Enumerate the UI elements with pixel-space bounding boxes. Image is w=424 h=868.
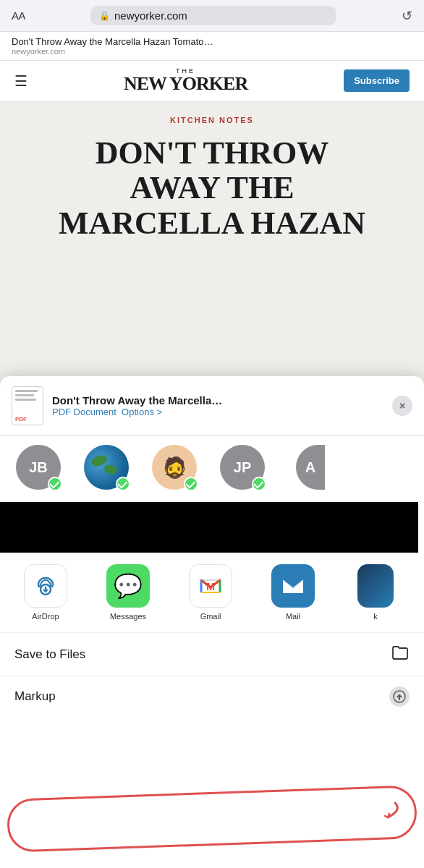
messages-icon: 💬	[106, 564, 150, 608]
partial-app-item[interactable]: k	[336, 564, 415, 621]
contact-item[interactable]: JP	[210, 445, 275, 493]
save-to-files-row[interactable]: Save to Files	[0, 633, 424, 676]
partial-app-label: k	[373, 612, 378, 621]
airdrop-label: AirDrop	[32, 612, 59, 621]
pdf-line	[15, 394, 34, 396]
headline-line1: DON'T THROW	[96, 135, 328, 171]
messages-label: Messages	[110, 612, 146, 621]
obscured-contacts-strip	[0, 502, 418, 553]
markup-row[interactable]: Markup	[0, 676, 424, 717]
messages-badge	[116, 477, 130, 491]
svg-text:M: M	[206, 581, 215, 592]
gmail-app-item[interactable]: M Gmail	[171, 564, 250, 621]
site-header: ☰ THE NEW YORKER Subscribe	[0, 61, 424, 101]
hamburger-menu-icon[interactable]: ☰	[14, 74, 27, 88]
share-sheet: PDF Don't Throw Away the Marcella… PDF D…	[0, 376, 424, 868]
reload-button[interactable]: ↺	[402, 8, 412, 24]
article-headline: DON'T THROW AWAY THE MARCELLA HAZAN	[17, 136, 407, 241]
contact-avatar	[84, 445, 129, 490]
logo-name: NEW YORKER	[124, 75, 247, 93]
share-file-meta: PDF Document Options >	[52, 407, 392, 417]
messages-badge	[184, 477, 198, 491]
contacts-row: JB 🧔 JP A	[0, 436, 424, 502]
lock-icon: 🔒	[99, 11, 110, 21]
contact-avatar: JB	[16, 445, 61, 490]
share-header: PDF Don't Throw Away the Marcella… PDF D…	[0, 376, 424, 436]
pdf-line	[15, 399, 36, 401]
contact-avatar: A	[296, 445, 325, 490]
breadcrumb-title: Don't Throw Away the Marcella Hazan Toma…	[12, 36, 412, 47]
share-file-info: Don't Throw Away the Marcella… PDF Docum…	[52, 394, 392, 417]
browser-bar: AA 🔒 newyorker.com ↺	[0, 0, 424, 32]
breadcrumb-bar: Don't Throw Away the Marcella Hazan Toma…	[0, 32, 424, 61]
contact-initials: JB	[29, 459, 48, 476]
contact-avatar: 🧔	[152, 445, 197, 490]
messages-app-item[interactable]: 💬 Messages	[88, 564, 168, 621]
share-file-title: Don't Throw Away the Marcella…	[52, 394, 392, 407]
pdf-badge: PDF	[15, 416, 27, 422]
contact-item[interactable]: A	[278, 445, 343, 493]
article-content: KITCHEN NOTES DON'T THROW AWAY THE MARCE…	[0, 101, 424, 412]
file-type-label: PDF Document	[52, 407, 116, 417]
folder-icon	[391, 643, 410, 665]
headline-line3: MARCELLA HAZAN	[59, 205, 365, 241]
url-bar[interactable]: 🔒 newyorker.com	[90, 6, 336, 25]
headline-line2: AWAY THE	[130, 170, 294, 205]
share-close-button[interactable]: ×	[392, 396, 412, 416]
site-logo: THE NEW YORKER	[124, 68, 247, 93]
text-size-button[interactable]: AA	[12, 9, 25, 22]
contact-item[interactable]: 🧔	[142, 445, 207, 493]
contact-initials: JP	[234, 459, 251, 476]
options-link[interactable]: Options >	[122, 407, 162, 417]
messages-badge	[48, 477, 62, 491]
breadcrumb-url: newyorker.com	[12, 47, 412, 56]
subscribe-button[interactable]: Subscribe	[344, 69, 410, 92]
airdrop-app-item[interactable]: AirDrop	[6, 564, 85, 621]
contact-item[interactable]	[74, 445, 139, 493]
apps-row: AirDrop 💬 Messages M	[0, 553, 424, 633]
pdf-line	[15, 390, 38, 392]
messages-badge	[252, 477, 266, 491]
mail-icon	[271, 564, 315, 608]
mail-label: Mail	[286, 612, 300, 621]
gmail-icon: M	[189, 564, 232, 608]
contact-avatar: JP	[220, 445, 265, 490]
partial-app-icon	[357, 564, 394, 608]
contact-initials: A	[305, 459, 315, 476]
pdf-thumbnail: PDF	[12, 386, 43, 425]
url-text: newyorker.com	[114, 9, 187, 22]
airdrop-icon	[24, 564, 67, 608]
mail-app-item[interactable]: Mail	[253, 564, 333, 621]
save-to-files-label: Save to Files	[14, 647, 391, 662]
article-section-label: KITCHEN NOTES	[17, 116, 407, 124]
markup-icon	[389, 686, 410, 707]
contact-item[interactable]: JB	[6, 445, 71, 493]
gmail-label: Gmail	[200, 612, 221, 621]
markup-label: Markup	[14, 689, 389, 704]
